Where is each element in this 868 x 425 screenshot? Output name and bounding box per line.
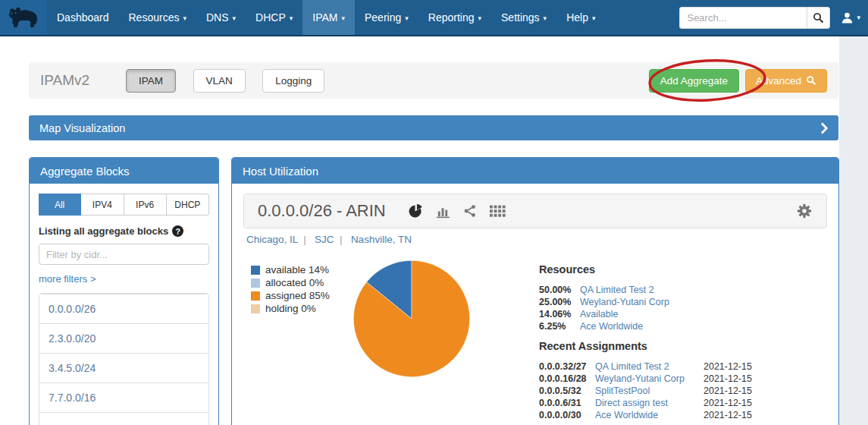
chevron-down-icon: ▾ [592, 14, 596, 22]
settings-button[interactable] [796, 203, 813, 219]
location-link[interactable]: Chicago, IL [246, 234, 312, 245]
legend-row: allocated 0% [251, 276, 330, 289]
aggregate-block-item[interactable]: 3.4.5.0/24 [39, 353, 208, 382]
navbar-item[interactable]: IPAM ▾ [302, 0, 355, 35]
grid-view-button[interactable] [490, 205, 506, 218]
aggregate-blocks-list: 0.0.0.0/26 2.3.0.0/20 3.4.5.0/24 7.7.0.0… [39, 293, 209, 425]
bar-chart-icon [436, 204, 450, 219]
view-button[interactable]: VLAN [193, 69, 246, 93]
search-icon [813, 12, 824, 24]
navbar-item[interactable]: Peering ▾ [355, 0, 418, 35]
chevron-right-icon [820, 122, 828, 134]
advanced-button-label: Advanced [756, 75, 801, 87]
navbar-item[interactable]: Resources ▾ [119, 0, 196, 35]
navbar-item-label: IPAM [312, 11, 337, 24]
search-input[interactable] [679, 7, 807, 29]
navbar-item-label: DHCP [255, 11, 286, 24]
assignment-row: 0.0.0.0/30 Ace Worldwide 2021-12-15 [539, 409, 760, 421]
map-visualization-bar[interactable]: Map Visualization [29, 115, 838, 140]
pie-chart-view-button[interactable] [409, 204, 423, 219]
view-button[interactable]: IPAM [126, 69, 176, 93]
assignment-row: 0.0.0.32/27 QA Limited Test 2 2021-12-15 [539, 360, 760, 373]
assignment-name-link[interactable]: Weyland-Yutani Corp [595, 373, 703, 384]
aggregate-block-item[interactable]: 0.0.0.0/26 [39, 294, 208, 323]
navbar-item[interactable]: Help ▾ [556, 0, 605, 35]
location-link[interactable]: SJC [315, 234, 348, 245]
assignment-name-link[interactable]: QA Limited Test 2 [595, 361, 703, 372]
navbar-item[interactable]: DHCP ▾ [246, 0, 302, 35]
resource-row: 6.25% Ace Worldwide [539, 320, 760, 332]
listing-label: Listing all aggregate blocks [39, 225, 168, 237]
more-filters-link[interactable]: more filters > [39, 273, 96, 285]
legend-row: available 14% [251, 263, 330, 276]
assignment-cidr: 0.0.0.16/28 [539, 373, 595, 384]
legend-label: available 14% [265, 264, 329, 275]
resource-percent: 6.25% [539, 321, 580, 332]
chevron-down-icon: ▾ [857, 14, 860, 21]
navbar-item-label: Settings [501, 11, 540, 24]
location-link[interactable]: Nashville, TN [351, 234, 412, 245]
assignment-cidr: 0.0.0.0/30 [539, 410, 595, 420]
aggregate-type-tab[interactable]: All [39, 194, 81, 216]
block-summary-bar: 0.0.0.0/26 - ARIN [243, 194, 827, 228]
legend-row: holding 0% [251, 302, 330, 315]
legend-swatch [251, 304, 260, 313]
legend-swatch [251, 291, 260, 301]
host-utilization-panel: Host Utilization 0.0.0.0/26 - ARIN [231, 157, 839, 425]
add-aggregate-button[interactable]: Add Aggregate [649, 69, 739, 93]
resources-section: Resources 50.00% QA Limited Test 2 25.00… [539, 263, 760, 332]
assignment-name-link[interactable]: SplitTestPool [595, 386, 703, 396]
user-icon [841, 11, 854, 24]
navbar-item[interactable]: Reporting ▾ [418, 0, 491, 35]
top-navbar: Dashboard ▾ Resources ▾ DNS ▾ DHCP ▾ IPA… [0, 0, 868, 36]
legend-row: assigned 85% [251, 289, 330, 302]
resources-heading: Resources [539, 263, 760, 275]
resource-name-link[interactable]: Available [580, 309, 619, 320]
share-button[interactable] [463, 204, 477, 218]
chevron-down-icon: ▾ [478, 14, 481, 22]
aggregate-type-tab[interactable]: DHCP [167, 194, 209, 216]
resource-row: 14.06% Available [539, 308, 760, 320]
app-logo[interactable] [0, 0, 47, 35]
resource-name-link[interactable]: QA Limited Test 2 [580, 285, 654, 295]
resource-name-link[interactable]: Weyland-Yutani Corp [580, 297, 669, 307]
toolbar-row: IPAMv2 IPAM VLAN Logging Add Aggregate A… [29, 62, 838, 99]
grid-icon [490, 205, 506, 218]
block-title: 0.0.0.0/26 - ARIN [258, 201, 386, 221]
assignment-row: 0.0.0.5/32 SplitTestPool 2021-12-15 [539, 385, 760, 397]
assignment-row: 0.0.0.6/31 Direct assign test 2021-12-15 [539, 397, 760, 409]
bar-chart-view-button[interactable] [436, 204, 450, 219]
panda-logo-icon [7, 5, 40, 30]
navbar-item-label: Help [566, 11, 588, 24]
advanced-search-button[interactable]: Advanced [745, 69, 827, 93]
assignment-date: 2021-12-15 [703, 361, 752, 372]
map-visualization-label: Map Visualization [39, 122, 125, 134]
aggregate-block-item[interactable]: 7.7.0.0/16 [39, 382, 208, 412]
aggregate-block-item-partial[interactable] [39, 412, 208, 425]
help-icon[interactable]: ? [172, 225, 183, 237]
navbar-item[interactable]: DNS ▾ [196, 0, 246, 35]
aggregate-type-tab[interactable]: IPV4 [81, 194, 124, 216]
assignment-name-link[interactable]: Ace Worldwide [595, 410, 703, 420]
aggregate-type-tab[interactable]: IPv6 [124, 194, 167, 216]
assignment-date: 2021-12-15 [703, 386, 752, 396]
utilization-pie-chart [352, 259, 472, 379]
user-menu[interactable]: ▾ [841, 11, 860, 24]
chevron-down-icon: ▾ [290, 14, 293, 22]
navbar-item[interactable]: Settings ▾ [491, 0, 556, 35]
resource-name-link[interactable]: Ace Worldwide [580, 321, 643, 332]
cidr-filter-input[interactable] [39, 244, 209, 265]
search-button[interactable] [807, 7, 830, 29]
aggregate-block-item[interactable]: 2.3.0.0/20 [39, 323, 208, 353]
legend-label: holding 0% [265, 303, 316, 314]
aggregate-type-tabs: All IPV4 IPv6 DHCP [39, 194, 209, 216]
view-button[interactable]: Logging [262, 69, 324, 93]
host-utilization-header: Host Utilization [232, 158, 838, 184]
chevron-down-icon: ▾ [544, 14, 547, 22]
chevron-down-icon: ▾ [183, 14, 186, 22]
chevron-down-icon: ▾ [405, 14, 409, 22]
navbar-item[interactable]: Dashboard ▾ [47, 0, 119, 35]
share-icon [463, 204, 477, 218]
assignment-name-link[interactable]: Direct assign test [595, 398, 703, 408]
page-background-strip [839, 36, 868, 425]
